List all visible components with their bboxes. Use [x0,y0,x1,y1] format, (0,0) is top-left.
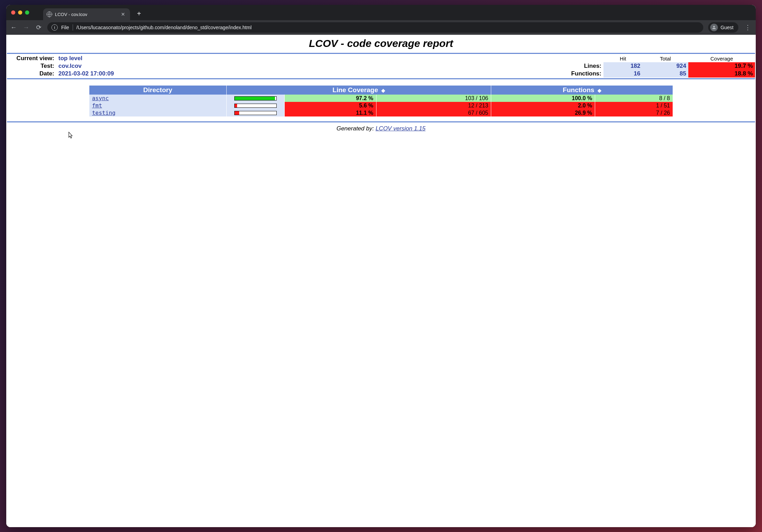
header-total: Total [642,55,688,62]
coverage-bar-cell [226,109,284,116]
func-coverage-pct: 100.0 % [491,95,595,102]
directory-link[interactable]: async [92,95,109,102]
table-row: testing11.1 %67 / 60526.9 %7 / 26 [89,109,673,116]
browser-window: LCOV - cov.lcov ✕ + ← → ⟳ i File /Users/… [6,5,756,527]
line-coverage-frac: 103 / 106 [376,95,491,102]
directory-link[interactable]: testing [92,110,115,116]
minimize-window-button[interactable] [18,10,22,15]
funcs-hit: 16 [603,70,642,78]
avatar-icon [710,24,718,31]
directory-cell: async [89,95,227,102]
func-coverage-frac: 1 / 51 [595,102,673,109]
func-coverage-pct: 2.0 % [491,102,595,109]
summary-table: Current view: top level Hit Total Covera… [7,55,755,78]
coverage-bar-cell [226,95,284,102]
link-top-level[interactable]: top level [58,55,82,62]
close-window-button[interactable] [11,10,15,15]
line-coverage-pct: 11.1 % [284,109,376,116]
browser-tab[interactable]: LCOV - cov.lcov ✕ [43,8,130,20]
tab-close-button[interactable]: ✕ [120,11,127,17]
col-directory[interactable]: Directory [89,86,227,95]
coverage-bar-fill [235,97,275,100]
maximize-window-button[interactable] [25,10,29,15]
forward-button[interactable]: → [22,24,30,31]
rule-bottom [7,121,755,122]
footer-text: Generated by: [337,125,375,132]
func-coverage-pct: 26.9 % [491,109,595,116]
sort-icon: ◆ [381,88,385,93]
value-date: 2021-03-02 17:00:09 [56,70,151,78]
url-path: /Users/lucacasonato/projects/github.com/… [76,25,699,30]
func-coverage-frac: 8 / 8 [595,95,673,102]
lines-total: 924 [642,62,688,70]
footer: Generated by: LCOV version 1.15 [7,125,755,132]
back-button[interactable]: ← [10,24,17,31]
func-coverage-frac: 7 / 26 [595,109,673,116]
line-coverage-frac: 12 / 213 [376,102,491,109]
header-hit: Hit [603,55,642,62]
desktop: LCOV - cov.lcov ✕ + ← → ⟳ i File /Users/… [0,0,762,532]
header-coverage: Coverage [688,55,755,62]
page-content: LCOV - code coverage report Current view… [6,35,756,527]
line-coverage-pct: 5.6 % [284,102,376,109]
table-row: async97.2 %103 / 106100.0 %8 / 8 [89,95,673,102]
tab-title: LCOV - cov.lcov [55,12,117,17]
coverage-bar-fill [235,111,239,115]
coverage-bar-fill [235,104,237,107]
reload-button[interactable]: ⟳ [35,24,42,31]
table-row: fmt5.6 %12 / 2132.0 %1 / 51 [89,102,673,109]
label-functions: Functions: [151,70,603,78]
window-controls [11,10,29,15]
label-current-view: Current view: [7,55,56,62]
lines-cov: 19.7 % [688,62,755,70]
titlebar: LCOV - cov.lcov ✕ + [6,5,756,20]
directory-cell: fmt [89,102,227,109]
rule-top [7,53,755,54]
toolbar: ← → ⟳ i File /Users/lucacasonato/project… [6,20,756,35]
coverage-bar [234,96,277,100]
footer-link[interactable]: LCOV version 1.15 [375,125,425,132]
site-info-icon[interactable]: i [51,24,58,31]
col-line-coverage[interactable]: Line Coverage ◆ [226,86,491,95]
label-test: Test: [7,62,56,70]
profile-label: Guest [721,25,733,30]
menu-button[interactable]: ⋮ [743,24,752,31]
directory-table: Directory Line Coverage ◆ Functions ◆ [89,86,673,116]
rule-mid [7,78,755,79]
line-coverage-pct: 97.2 % [284,95,376,102]
sort-icon: ◆ [598,88,601,93]
report-title: LCOV - code coverage report [7,38,755,49]
address-bar[interactable]: i File /Users/lucacasonato/projects/gith… [47,22,703,33]
funcs-total: 85 [642,70,688,78]
profile-button[interactable]: Guest [708,22,738,33]
directory-link[interactable]: fmt [92,102,102,109]
new-tab-button[interactable]: + [137,10,141,18]
label-date: Date: [7,70,56,78]
funcs-cov: 18.8 % [688,70,755,78]
line-coverage-frac: 67 / 605 [376,109,491,116]
url-scheme: File [61,25,69,30]
omnibox-separator [73,24,73,31]
directory-cell: testing [89,109,227,116]
lines-hit: 182 [603,62,642,70]
coverage-bar-cell [226,102,284,109]
col-functions[interactable]: Functions ◆ [491,86,673,95]
value-test: cov.lcov [56,62,151,70]
coverage-bar [234,111,277,115]
globe-icon [47,11,52,17]
label-lines: Lines: [151,62,603,70]
coverage-bar [234,104,277,108]
